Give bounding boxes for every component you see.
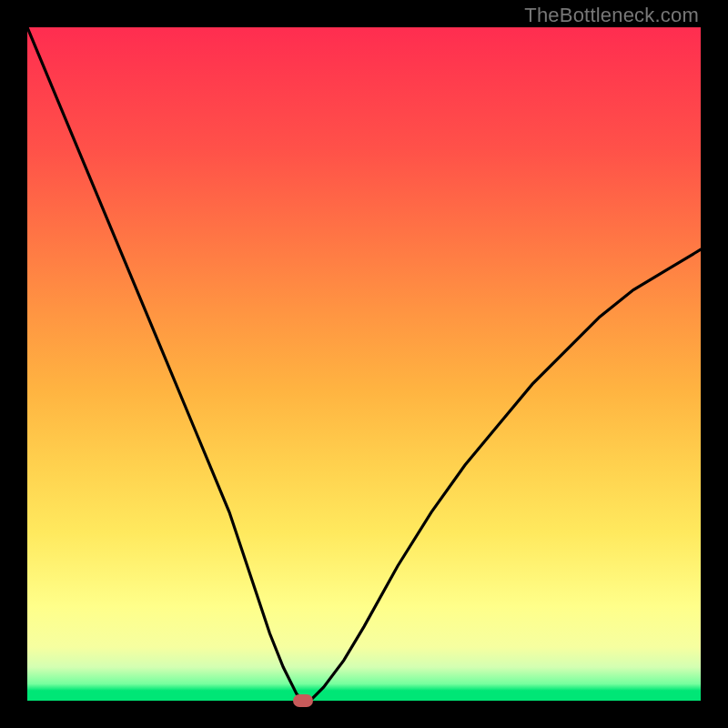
curve-path (27, 27, 701, 701)
watermark-text: TheBottleneck.com (524, 4, 699, 27)
optimal-point-marker (293, 694, 313, 707)
bottleneck-curve (27, 27, 701, 701)
chart-frame: TheBottleneck.com (0, 0, 728, 728)
